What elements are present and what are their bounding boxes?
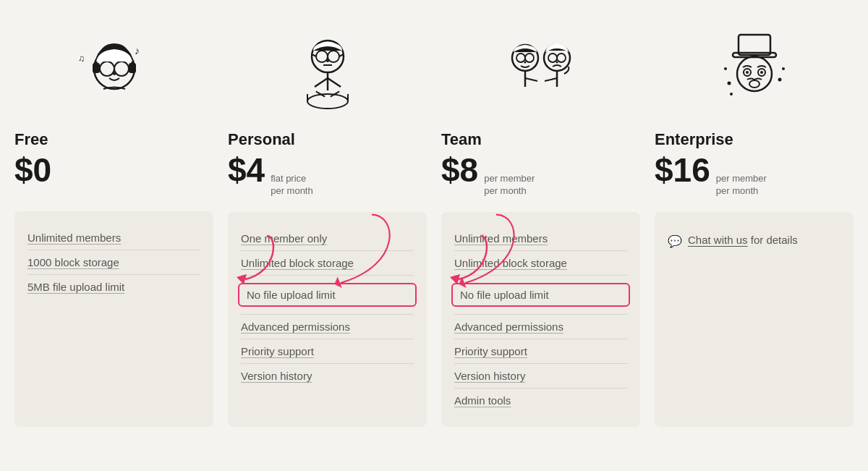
plan-column-free: ♪ ♫ Free$0Unlimited members1000 block st… <box>14 22 213 427</box>
feature-item: 5MB file upload limit <box>27 275 200 299</box>
enterprise-chat-text: 💬Chat with us for details <box>668 226 841 255</box>
enterprise-chat-content: Chat with us for details <box>688 234 798 246</box>
feature-item: 1000 block storage <box>27 250 200 275</box>
svg-point-43 <box>746 71 749 74</box>
feature-item: Priority support <box>241 339 414 364</box>
enterprise-features-box: 💬Chat with us for details <box>655 212 854 427</box>
svg-line-24 <box>315 78 328 87</box>
svg-point-27 <box>516 54 525 62</box>
team-plan-name: Team <box>441 130 640 149</box>
enterprise-plan-name: Enterprise <box>655 130 854 149</box>
svg-line-36 <box>525 78 537 81</box>
svg-point-4 <box>114 61 129 76</box>
feature-item: Version history <box>454 364 627 389</box>
svg-text:♪: ♪ <box>135 45 140 56</box>
svg-rect-1 <box>93 63 100 73</box>
svg-point-44 <box>760 71 763 74</box>
free-illustration: ♪ ♫ <box>14 22 213 123</box>
svg-point-31 <box>548 54 557 62</box>
svg-text:♫: ♫ <box>78 54 85 64</box>
svg-point-49 <box>782 67 785 70</box>
svg-point-28 <box>525 54 534 62</box>
enterprise-price-label: per memberper month <box>716 173 767 198</box>
enterprise-price-amount: $16 <box>655 153 710 187</box>
personal-illustration <box>228 22 427 123</box>
personal-price-row: $4flat priceper month <box>228 153 427 198</box>
svg-marker-53 <box>237 274 247 284</box>
chat-icon: 💬 <box>668 234 682 248</box>
personal-plan-name: Personal <box>228 130 427 149</box>
svg-marker-54 <box>450 274 460 284</box>
feature-item: Unlimited members <box>27 226 200 250</box>
svg-point-45 <box>749 80 760 88</box>
svg-point-13 <box>328 51 339 62</box>
svg-line-37 <box>545 78 557 81</box>
feature-item: Admin tools <box>454 389 627 412</box>
feature-item: Advanced permissions <box>241 315 414 339</box>
svg-point-12 <box>316 51 328 62</box>
svg-line-25 <box>328 78 341 87</box>
arrow-2 <box>437 232 495 290</box>
svg-point-19 <box>307 94 348 109</box>
team-price-label: per memberper month <box>484 173 535 198</box>
enterprise-illustration <box>655 22 854 123</box>
free-plan-name: Free <box>14 130 213 149</box>
svg-point-8 <box>113 72 116 75</box>
svg-point-29 <box>524 61 526 64</box>
team-price-amount: $8 <box>441 153 478 187</box>
team-illustration <box>441 22 640 123</box>
feature-item: Priority support <box>454 339 627 364</box>
enterprise-price-row: $16per memberper month <box>655 153 854 198</box>
arrow-1 <box>224 232 281 290</box>
svg-point-33 <box>556 61 558 64</box>
svg-point-40 <box>737 56 772 91</box>
plan-column-team: Team$8per memberper monthUnlimited membe… <box>441 22 640 427</box>
feature-item: Advanced permissions <box>454 315 627 339</box>
svg-point-50 <box>730 93 733 96</box>
svg-point-16 <box>326 59 329 62</box>
svg-point-48 <box>724 67 727 70</box>
team-price-row: $8per memberper month <box>441 153 640 198</box>
svg-rect-2 <box>129 63 136 73</box>
plan-column-enterprise: Enterprise$16per memberper month💬Chat wi… <box>655 22 854 427</box>
svg-point-3 <box>100 61 114 76</box>
personal-price-amount: $4 <box>228 153 265 187</box>
plan-column-personal: Personal$4flat priceper monthOne member … <box>228 22 427 427</box>
free-price-row: $0 <box>14 153 213 197</box>
svg-point-32 <box>557 54 566 62</box>
personal-price-label: flat priceper month <box>271 173 313 198</box>
svg-point-46 <box>727 82 731 85</box>
free-features-box: Unlimited members1000 block storage5MB f… <box>14 211 213 427</box>
svg-point-47 <box>778 78 781 82</box>
free-price-amount: $0 <box>14 153 51 187</box>
feature-item: Version history <box>241 364 414 388</box>
chat-with-us-link[interactable]: Chat with us <box>688 234 748 246</box>
